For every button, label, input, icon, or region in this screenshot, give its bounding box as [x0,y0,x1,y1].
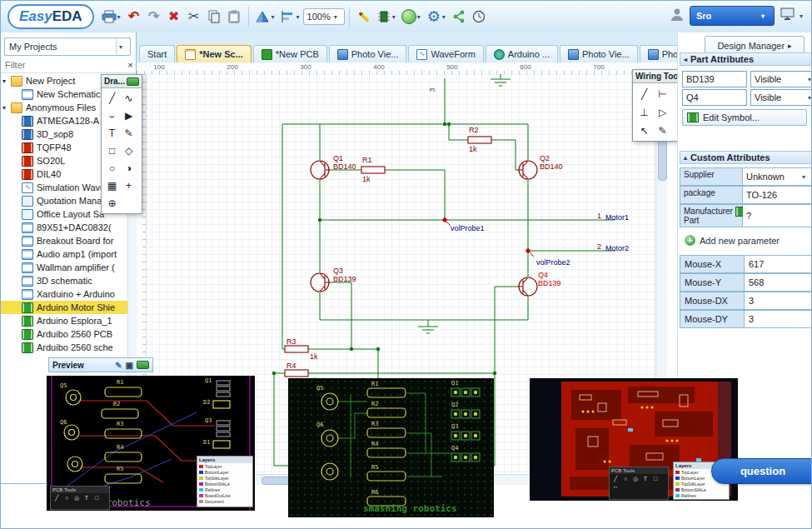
edit-symbol-button[interactable]: Edit Symbol... [682,109,807,126]
simulation-run-icon[interactable] [399,7,419,27]
tab-waveform[interactable]: ∿WaveForm [408,45,483,62]
align-icon[interactable] [278,7,298,27]
track-tool-icon[interactable]: ╱ [610,475,620,482]
redo-icon[interactable]: ↷ [144,7,164,27]
via-tool-icon[interactable]: ◎ [72,494,82,502]
expand-arrow-icon[interactable]: ▾ [2,77,11,85]
easyeda-logo[interactable]: EasyEDA [7,4,94,29]
palette-collapse-icon[interactable] [137,361,149,369]
projects-dropdown[interactable]: My Projects ▾ [4,37,131,56]
pad-tool-icon[interactable]: ○ [620,475,630,482]
filter-input[interactable] [1,59,125,71]
pcb-preview-1[interactable]: Q5R1Q1D2R2Q6R3Q3D1R4R5 smashing robotics… [47,376,255,511]
user-menu-button[interactable]: Sro ▾ [690,6,775,26]
symbol-wizard-caret-icon[interactable]: ▾ [271,13,278,21]
ic-symbol-caret-icon[interactable]: ▾ [392,13,399,21]
layer-row-bottomsilkla[interactable]: BottomSilkLa [197,481,252,487]
tree-item-arduibo-2560-pcb[interactable]: Arduibo 2560 PCB [1,327,127,341]
schematic-label-bd140[interactable]: BD140 [333,162,356,171]
pen-tool[interactable]: ✎ [653,122,672,139]
layer-row-toplayer[interactable]: TopLayer [197,463,252,469]
schematic-label-volprobe2[interactable]: volProbe2 [536,258,570,267]
attribute-value-select[interactable]: Unknown▾ [743,167,812,186]
schematic-label-1k[interactable]: 1k [469,145,477,153]
layer-row-bottomsilkla[interactable]: BottomSilkLa [674,487,729,492]
pencil-tool[interactable]: ✎ [120,125,137,142]
transistor-q3[interactable] [311,273,331,292]
schematic-label-r2[interactable]: R2 [469,126,479,134]
tree-item-3d-schematic[interactable]: 3D schematic [1,274,127,287]
settings-gear-icon[interactable]: ⚙ [424,7,444,27]
wire-tool[interactable]: ╱ [103,90,121,107]
ground-tool[interactable]: ⊥ [635,103,654,121]
tab-arduino[interactable]: Arduino ... [486,45,558,62]
voltage-probe-2[interactable] [526,249,534,257]
resistor-r3[interactable] [285,346,308,352]
text-tool-icon[interactable]: T [82,494,92,502]
tree-item-89x51-dac0832[interactable]: 89X51+DAC0832( [1,221,127,234]
layer-row-boardoutline[interactable]: BoardOutLine [674,498,729,500]
tree-item-breakout-board-for[interactable]: Breakout Board for [1,234,127,247]
tree-item-wallman-amplifier[interactable]: Wallman amplifier ( [1,261,127,274]
custom-attributes-header[interactable]: ▴ Custom Attributes [680,151,812,164]
visibility-select[interactable]: Visible▾ [750,89,812,106]
layer-row-bottomlayer[interactable]: BottomLayer [197,469,252,475]
schematic-label-q2[interactable]: Q2 [540,154,550,162]
align-caret-icon[interactable]: ▾ [296,13,303,21]
layer-row-topsilklayer[interactable]: TopSilkLayer [197,475,252,481]
part-value-input[interactable]: BD139 [682,71,747,87]
transistor-q2[interactable] [517,161,537,179]
part-value-input[interactable]: Q4 [682,89,747,106]
symbol-wizard-icon[interactable] [253,7,273,27]
edit-pencil-icon[interactable]: ✎ [115,361,122,370]
schematic-label-q1[interactable]: Q1 [333,154,343,162]
expand-icon[interactable]: ▣ [126,361,133,370]
schematic-label-bd139[interactable]: BD139 [333,275,356,283]
simulation-caret-icon[interactable]: ▾ [417,13,424,21]
schematic-label-q4[interactable]: Q4 [538,271,548,279]
schematic-label-volprobe1[interactable]: volProbe1 [451,224,485,232]
expand-arrow-icon[interactable]: ▾ [2,104,11,112]
wire-tool[interactable]: ╱ [635,85,654,102]
tree-item-audio-amp1-import[interactable]: Audio amp1 (import [1,247,127,261]
transistor-q4[interactable] [517,277,537,296]
schematic-label-1k[interactable]: 1k [362,175,371,183]
schematic-label-q3[interactable]: Q3 [333,267,343,275]
ic-symbol-icon[interactable] [374,7,394,27]
drag-tool[interactable]: + [120,177,137,194]
undo-icon[interactable]: ↶ [124,7,144,27]
schematic-label-motor2[interactable]: Motor2 [605,244,629,252]
layers-panel[interactable]: Layers TopLayerBottomLayerTopSilkLayerBo… [197,456,253,507]
print-caret-icon[interactable]: ▾ [117,13,124,21]
layer-row-document[interactable]: Document [197,498,252,504]
window-mode-caret-icon[interactable]: ▾ [800,12,806,20]
schematic-label-1[interactable]: 1 [597,212,601,220]
tab-new-pcb[interactable]: *New PCB [253,45,327,62]
arrow-tool[interactable]: ▶ [120,107,137,124]
tab-start[interactable]: Start [139,45,175,62]
rect-tool[interactable]: □ [103,142,121,159]
tab-new-sc[interactable]: *New Sc... [177,45,252,62]
rect-tool-icon[interactable]: □ [650,475,660,482]
voltage-probe-1[interactable] [443,218,451,226]
schematic-label-bd139[interactable]: BD139 [538,279,561,287]
share-icon[interactable] [449,7,469,27]
schematic-label-bd140[interactable]: BD140 [540,162,563,171]
delete-icon[interactable]: ✖ [164,7,184,27]
part-attributes-header[interactable]: ◂ Part Attributes [680,52,812,66]
measure-tool-icon[interactable]: ↔ [610,482,620,490]
pad-tool-icon[interactable]: ○ [62,494,72,502]
pcb-tools-panel[interactable]: PCB Tools ╱○◎T□ [50,486,110,510]
pcb-preview-2[interactable]: Q5Q6R1R2R3R4R5R6Q1Q2Q3Q4 smashing roboti… [288,378,494,517]
attribute-value-input[interactable]: ? [743,204,812,227]
schematic-label-motor1[interactable]: Motor1 [605,213,629,222]
ask-question-button[interactable]: question [711,458,812,484]
polyline-tool[interactable]: ∿ [120,90,137,107]
layer-row-ratlines[interactable]: Ratlines [197,487,252,492]
layer-row-boardoutline[interactable]: BoardOutLine [197,492,252,498]
pcb-tools-panel[interactable]: PCB Tools ╱○◎T□↔ [609,467,669,500]
format-brush-icon[interactable] [354,7,374,27]
arc-tool[interactable]: ⌣ [103,107,121,124]
paste-icon[interactable] [224,7,244,27]
track-tool-icon[interactable]: ╱ [52,494,62,502]
